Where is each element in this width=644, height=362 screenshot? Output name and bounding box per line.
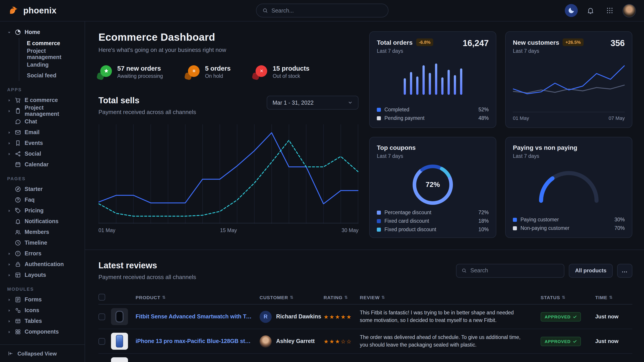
donut-center-value: 72%: [410, 162, 455, 207]
legend-value: 18%: [478, 218, 489, 224]
sidebar-item-faq[interactable]: Faq: [4, 195, 80, 205]
column-header-time[interactable]: TIME⇅: [595, 295, 632, 300]
sort-icon: ⇅: [290, 295, 294, 299]
pie-chart-icon: [15, 29, 21, 35]
paying-title: Paying vs non paying: [513, 144, 577, 151]
column-header-review[interactable]: REVIEW⇅: [360, 295, 540, 300]
row-checkbox[interactable]: [98, 313, 105, 320]
sidebar-item-email[interactable]: Email: [4, 127, 80, 138]
caret-spacer: [7, 120, 11, 124]
sidebar-item-authentication[interactable]: Authentication: [4, 259, 80, 270]
column-header-status[interactable]: STATUS⇅: [540, 295, 595, 300]
sidebar-item-calendar[interactable]: Calendar: [4, 159, 80, 170]
stat-out-of-stock: 15 productsOut of stock: [254, 65, 310, 79]
sidebar-item-layouts[interactable]: Layouts: [4, 270, 80, 280]
product-link[interactable]: iPhone 13 pro max-Pacific Blue-128GB sto…: [136, 338, 253, 344]
x-icon: [256, 65, 268, 77]
sidebar-item-components[interactable]: Components: [4, 327, 80, 337]
sidebar-item-e-commerce[interactable]: E commerce: [4, 95, 80, 105]
stat-on-hold: 5 ordersOn hold: [186, 65, 230, 79]
paying-period: Last 7 days: [513, 153, 625, 159]
caret-right-icon: [7, 298, 11, 302]
row-checkbox[interactable]: [98, 338, 105, 345]
rating-stars: ★★★★★: [324, 313, 360, 320]
caret-right-icon: [7, 330, 11, 334]
new-customers-head: New customers +26.5% Last 7 days 356: [513, 38, 625, 54]
more-options-button[interactable]: ...: [617, 264, 632, 278]
sidebar-item-label: Members: [24, 229, 49, 235]
review-time: Just now: [595, 338, 632, 344]
notifications-button[interactable]: [584, 4, 597, 17]
legend-label: Non-paying customer: [520, 225, 570, 231]
question-icon: [15, 197, 21, 203]
sidebar-item-social[interactable]: Social: [4, 148, 80, 159]
share-icon: [15, 151, 21, 157]
caret-spacer: [7, 198, 11, 202]
search-icon: [462, 268, 467, 273]
sidebar-item-errors[interactable]: Errors: [4, 248, 80, 259]
sidebar-item-landing[interactable]: Landing: [19, 59, 80, 70]
stat-text: 57 new ordersAwaiting processing: [117, 65, 163, 79]
status-label: APPROVED: [545, 314, 570, 319]
top-coupons-title: Top coupons: [377, 144, 416, 151]
theme-toggle-button[interactable]: [565, 4, 578, 17]
total-sells-chart: [98, 124, 358, 224]
sidebar-section-label-modules: MODULES: [7, 287, 78, 292]
sidebar-item-notifications[interactable]: Notifications: [4, 216, 80, 227]
reviews-search-input[interactable]: [470, 267, 559, 274]
sidebar-item-chat[interactable]: Chat: [4, 116, 80, 127]
latest-reviews-subtitle: Payment received across all channels: [98, 274, 196, 280]
column-header-label: CUSTOMER: [260, 295, 288, 300]
legend-swatch: [377, 219, 381, 223]
sidebar-item-forms[interactable]: Forms: [4, 294, 80, 305]
bell-icon: [587, 7, 594, 14]
order-bar: [447, 70, 450, 95]
sidebar-item-social-feed[interactable]: Social feed: [19, 70, 80, 81]
order-bar: [460, 68, 462, 95]
sidebar-item-e-commerce[interactable]: E commerce: [19, 38, 80, 49]
total-sells-subtitle: Payment received across all channels: [98, 109, 196, 115]
paying-card: Paying vs non paying Last 7 days Paying …: [505, 137, 632, 238]
sidebar-item-project-management[interactable]: Project management: [4, 105, 80, 116]
sidebar-item-tables[interactable]: Tables: [4, 316, 80, 327]
sidebar-item-timeline[interactable]: Timeline: [4, 237, 80, 248]
sidebar-item-members[interactable]: Members: [4, 227, 80, 237]
legend-swatch: [377, 107, 381, 112]
column-header-rating[interactable]: RATING⇅: [324, 295, 360, 300]
all-products-button[interactable]: All products: [569, 264, 613, 278]
sidebar-item-starter[interactable]: Starter: [4, 184, 80, 195]
sidebar-item-home[interactable]: Home: [4, 27, 80, 37]
stat-caption: Out of stock: [273, 73, 310, 79]
sidebar-item-project-management[interactable]: Project management: [19, 49, 80, 59]
latest-reviews-title: Latest reviews: [98, 261, 196, 271]
user-avatar[interactable]: [622, 4, 636, 17]
product-thumbnail: [111, 308, 128, 325]
navbar-search-input[interactable]: [272, 7, 382, 14]
sidebar-item-icons[interactable]: Icons: [4, 305, 80, 316]
date-range-select[interactable]: Mar 1 - 31, 2022: [267, 96, 358, 110]
new-customers-x-axis: 01 May 07 May: [513, 112, 625, 121]
product-cell: iPhone 13 pro max-Pacific Blue-128GB sto…: [111, 333, 260, 350]
legend-item-non-paying-customer: Non-paying customer70%: [513, 225, 625, 231]
apps-grid-button[interactable]: [603, 4, 616, 17]
legend-swatch: [513, 218, 517, 222]
product-thumbnail: [111, 333, 128, 350]
column-header-customer[interactable]: CUSTOMER⇅: [260, 295, 324, 300]
table-icon: [15, 318, 21, 324]
sidebar-section-label-pages: PAGES: [7, 176, 78, 181]
legend-label: Pending payment: [384, 115, 424, 121]
stat-caption: Awaiting processing: [117, 73, 163, 79]
product-link[interactable]: Fitbit Sense Advanced Smartwatch with To…: [136, 314, 253, 320]
sidebar-item-events[interactable]: Events: [4, 138, 80, 148]
brand[interactable]: phoenix: [8, 5, 85, 16]
legend-label: Completed: [384, 107, 409, 112]
phoenix-logo-icon: [8, 5, 20, 16]
select-all-checkbox[interactable]: [98, 294, 105, 301]
sidebar-item-pricing[interactable]: Pricing: [4, 205, 80, 216]
chevron-down-icon: [348, 100, 353, 105]
caret-spacer: [7, 241, 11, 245]
customer-cell: RRichard Dawkins: [260, 311, 324, 323]
column-header-product[interactable]: PRODUCT⇅: [111, 295, 260, 300]
collapse-view-button[interactable]: Collapsed View: [0, 344, 84, 362]
stat-value: 5 orders: [205, 65, 230, 72]
